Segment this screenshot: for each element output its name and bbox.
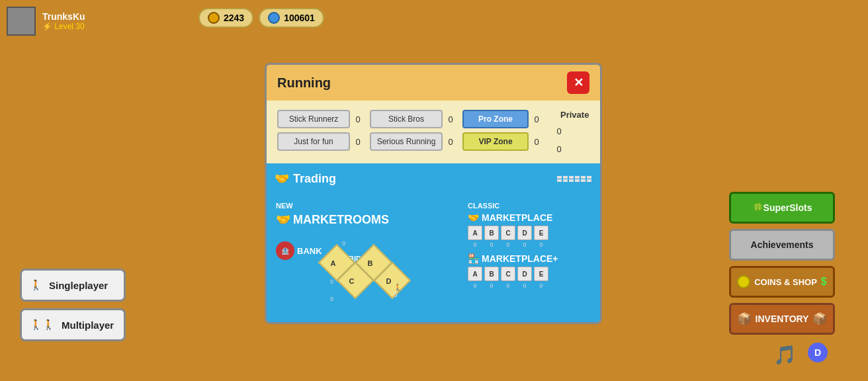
trading-title: 🤝 Trading xyxy=(275,171,336,186)
mp-slot-a[interactable]: A xyxy=(468,226,482,240)
mpp-slot-b[interactable]: B xyxy=(484,267,499,281)
classic-section: CLASSIC 🤝 MARKETPLACE A B C D E 0 0 0 xyxy=(468,202,600,294)
running-col-1: Stick Runnerz 0 Just for fun 0 xyxy=(277,110,363,151)
just-for-fun-button[interactable]: Just for fun xyxy=(277,132,350,151)
level-icon: ⚡ xyxy=(42,22,52,31)
avatar xyxy=(7,7,36,36)
superslots-button[interactable]: 🍀 SuperSlots xyxy=(729,192,835,224)
multiplayer-button[interactable]: 🚶🚶 Multiplayer xyxy=(20,308,126,341)
dialog-title: Running xyxy=(277,75,331,91)
private-label: Private xyxy=(560,110,589,120)
mpp-slot-e[interactable]: E xyxy=(534,267,548,281)
classic-label: CLASSIC xyxy=(468,202,600,210)
mpp-count-e: 0 xyxy=(534,282,548,289)
gold-currency: 2243 xyxy=(198,8,253,28)
stick-bros-button[interactable]: Stick Bros xyxy=(370,110,443,128)
pro-zone-row: Pro Zone 0 xyxy=(462,110,542,128)
mpp-count-b: 0 xyxy=(484,282,499,289)
marketrooms-label: MARKETROOMS xyxy=(293,213,389,227)
trading-header: 🤝 Trading xyxy=(275,171,592,186)
currencies: 2243 100601 xyxy=(198,8,324,28)
vip-zone-button[interactable]: VIP Zone xyxy=(462,132,529,151)
grid-icon xyxy=(557,176,592,182)
music-button[interactable]: 🎵 xyxy=(773,344,797,366)
just-for-fun-count: 0 xyxy=(353,137,363,147)
coins-shop-button[interactable]: COINS & SHOP $ xyxy=(729,266,835,298)
running-panel: Stick Runnerz 0 Just for fun 0 Stick Bro… xyxy=(267,101,600,163)
marketplace-plus-counts: 0 0 0 0 0 xyxy=(468,282,600,289)
header: TrunksKu ⚡ Level 30 xyxy=(7,7,85,36)
svg-text:D: D xyxy=(814,347,821,358)
private-count1: 0 xyxy=(554,126,564,136)
level-badge: ⚡ Level 30 xyxy=(42,22,85,31)
mpp-slot-d[interactable]: D xyxy=(517,267,532,281)
stick-runnerz-row: Stick Runnerz 0 xyxy=(277,110,363,128)
marketplace-icon: 🤝 xyxy=(468,212,479,223)
dollar-icon: $ xyxy=(821,276,827,288)
marketplace-section: 🤝 MARKETPLACE A B C D E 0 0 0 0 0 xyxy=(468,212,600,248)
bottom-right: 🎵 D xyxy=(773,342,828,368)
superslots-label: SuperSlots xyxy=(763,202,812,213)
serious-running-count: 0 xyxy=(445,137,456,147)
marketplace-slots: A B C D E xyxy=(468,226,600,240)
mpp-slot-a[interactable]: A xyxy=(468,267,482,281)
just-for-fun-row: Just for fun 0 xyxy=(277,132,363,151)
mp-slot-c[interactable]: C xyxy=(501,226,515,240)
new-label: NEW xyxy=(276,202,448,210)
gold-coin-icon xyxy=(208,12,220,24)
vip-zone-count: 0 xyxy=(531,137,542,147)
marketplace-plus-title: 🏪 MARKETPLACE+ xyxy=(468,253,600,264)
private-col: Private 0 0 xyxy=(554,110,589,154)
stick-runnerz-button[interactable]: Stick Runnerz xyxy=(277,110,350,128)
user-info: TrunksKu ⚡ Level 30 xyxy=(42,11,85,31)
mpp-slot-c[interactable]: C xyxy=(501,267,515,281)
mp-count-c: 0 xyxy=(501,241,515,248)
vip-zone-row: VIP Zone 0 xyxy=(462,132,542,151)
marketplace-plus-section: 🏪 MARKETPLACE+ A B C D E 0 0 0 0 0 xyxy=(468,253,600,289)
new-section: NEW 🤝 MARKETROOMS 🏦 BANK BIDDING 0 A 0 xyxy=(276,202,448,317)
stick-runnerz-count: 0 xyxy=(353,114,363,124)
pro-zone-button[interactable]: Pro Zone xyxy=(462,110,529,128)
achievements-label: Achievements xyxy=(751,239,814,250)
left-sidebar: 🚶 Singleplayer 🚶🚶 Multiplayer xyxy=(20,269,126,341)
blue-currency: 100601 xyxy=(259,8,324,28)
marketplace-plus-slots: A B C D E xyxy=(468,267,600,281)
singleplayer-icon: 🚶 xyxy=(30,279,42,291)
marketplace-plus-label: MARKETPLACE+ xyxy=(482,253,558,264)
multiplayer-label: Multiplayer xyxy=(62,319,114,331)
mp-slot-d[interactable]: D xyxy=(517,226,532,240)
inventory-icon-left: 📦 xyxy=(737,312,752,326)
inventory-label: INVENTORY xyxy=(756,314,809,324)
stick-bros-row: Stick Bros 0 xyxy=(370,110,456,128)
blue-amount: 100601 xyxy=(284,13,315,23)
mpp-count-a: 0 xyxy=(468,282,482,289)
marketrooms-icon: 🤝 xyxy=(276,212,290,227)
discord-icon: D xyxy=(807,342,828,363)
username: TrunksKu xyxy=(42,11,85,22)
mp-count-b: 0 xyxy=(484,241,499,248)
diamond-a-count: 0 xyxy=(330,278,333,285)
mp-slot-b[interactable]: B xyxy=(484,226,499,240)
coins-icon xyxy=(737,275,750,288)
bottom-count: 0 xyxy=(330,296,333,302)
marketplace-title: 🤝 MARKETPLACE xyxy=(468,212,600,223)
inventory-icon-right: 📦 xyxy=(812,312,827,326)
blue-coin-icon xyxy=(268,12,280,24)
singleplayer-button[interactable]: 🚶 Singleplayer xyxy=(20,269,126,302)
mp-count-e: 0 xyxy=(534,241,548,248)
level-text: Level 30 xyxy=(54,22,84,31)
dialog-header: Running ✕ xyxy=(267,65,600,101)
trading-title-text: Trading xyxy=(293,172,336,186)
mp-count-d: 0 xyxy=(517,241,532,248)
discord-button[interactable]: D xyxy=(807,342,828,368)
marketrooms-title: 🤝 MARKETROOMS xyxy=(276,212,448,227)
coins-shop-label: COINS & SHOP xyxy=(754,277,817,287)
trading-panel: 🤝 Trading NEW 🤝 MARKETROOMS 🏦 BANK xyxy=(267,163,600,322)
main-dialog: Running ✕ Stick Runnerz 0 Just for fun 0… xyxy=(265,63,602,324)
close-button[interactable]: ✕ xyxy=(567,71,589,94)
inventory-button[interactable]: 📦 INVENTORY 📦 xyxy=(729,303,835,335)
serious-running-button[interactable]: Serious Running xyxy=(370,132,443,151)
achievements-button[interactable]: Achievements xyxy=(729,229,835,261)
bid-count-top: 0 xyxy=(342,240,345,247)
mp-slot-e[interactable]: E xyxy=(534,226,548,240)
